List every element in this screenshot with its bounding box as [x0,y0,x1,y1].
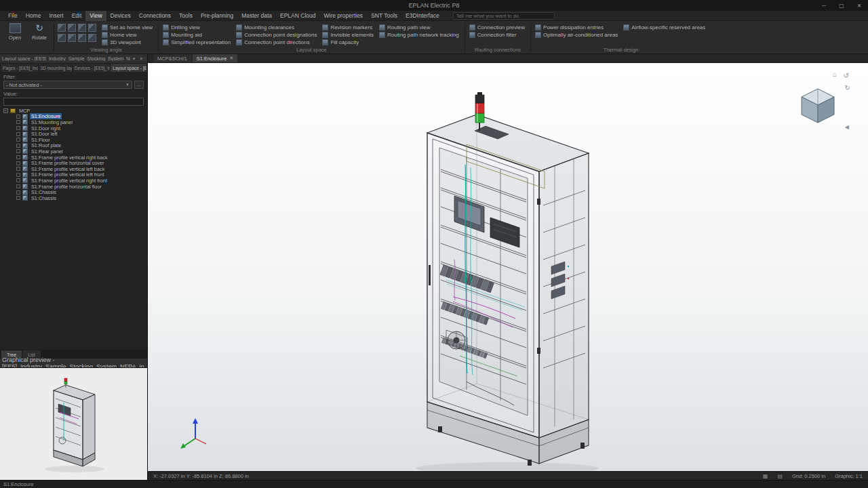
3d-viewpoint-button[interactable]: 3D viewpoint [102,39,153,45]
part-checkbox-icon [16,144,20,148]
pin-icon[interactable]: ▾ [130,56,138,62]
filter-dropdown[interactable]: - Not activated - ▼ [3,81,132,89]
view-left-icon[interactable] [78,24,86,32]
part-3d-icon [22,119,28,125]
tree-item[interactable]: S1:Floor [0,137,147,143]
tree-item[interactable]: S1:Enclosure [0,114,147,120]
part-checkbox-icon [16,149,20,153]
drilling-view-toggle[interactable]: Drilling view [163,24,231,30]
mounting-clearances-toggle[interactable]: Mounting clearances [236,24,317,30]
tree-item[interactable]: S1:Frame profile vertical right back [0,155,147,161]
connection-preview-icon [469,24,475,30]
tab-layout-space[interactable]: Layout space - [E... [111,64,146,72]
filter-more-button[interactable]: ... [134,81,144,89]
graphic-scale: Graphic: 1:1 [835,473,863,479]
tree-item[interactable]: S1:Rear panel [0,148,147,155]
revision-markers-toggle[interactable]: Revision markers [322,24,374,30]
menu-item-masterdata[interactable]: Master data [237,11,276,21]
airflow-reserved-areas-icon [623,24,629,30]
menu-item-edit[interactable]: Edit [68,11,86,21]
tab-3d-mounting-layout[interactable]: 3D mounting lay... [39,64,72,72]
tree-item[interactable]: S1:Frame profile vertical left front [0,172,147,178]
doc-tab-enclosure[interactable]: S1:Enclosure ✕ [193,54,237,62]
connection-preview-toggle[interactable]: Connection preview [469,24,525,30]
search-input[interactable] [453,12,555,20]
tree-item[interactable]: S1:Chassis [0,195,147,201]
doc-tab-label: S1:Enclosure [197,56,227,62]
view-iso-icon[interactable] [78,34,86,42]
ribbon-group-label: Viewing angle [56,46,156,54]
tree-item[interactable]: S1:Frame profile horizontal cover [0,160,147,166]
set-as-home-view-button[interactable]: Set as home view [102,24,153,30]
invisible-elements-toggle[interactable]: Invisible elements [322,31,374,38]
collapse-icon[interactable] [3,108,8,113]
tree-item[interactable]: S1:Frame profile vertical right front [0,178,147,184]
selection-status-bar: S1:Enclosure [0,480,868,488]
tree-item[interactable]: S1:Frame profile horizontal floor [0,184,147,190]
rotate-button[interactable]: ↻ Rotate [27,22,52,41]
value-input[interactable] [3,98,144,106]
rotate-cw-icon[interactable]: ↻ [845,85,850,92]
menu-item-tools[interactable]: Tools [175,11,197,21]
airflow-specific-reserved-areas-toggle[interactable]: Airflow-specific reserved areas [623,24,705,30]
menu-item-eplancloud[interactable]: EPLAN Cloud [276,11,319,21]
home-view-icon[interactable]: ⌂ [833,71,837,78]
connection-filter-toggle[interactable]: Connection filter [469,31,525,38]
connection-point-designations-toggle[interactable]: Connection point designations [236,31,317,38]
home-view-button[interactable]: Home view [102,31,153,38]
view-cube[interactable]: ⌂ ↺ ↻ ◀ [796,82,840,125]
menu-item-snttools[interactable]: SNT Tools [367,11,401,21]
power-dissipation-entries-toggle[interactable]: Power dissipation entries [535,24,618,30]
status-icon[interactable]: ▦ [763,473,768,479]
3d-viewport[interactable]: ⌂ ↺ ↻ ◀ [148,63,868,471]
routing-path-network-tracking-toggle[interactable]: Routing path network tracking [379,31,459,38]
view-top-icon[interactable] [58,34,66,42]
tab-devices[interactable]: Devices - [EE5]_In... [73,64,110,72]
view-custom-icon[interactable] [88,34,96,42]
open-button[interactable]: Open [3,22,27,41]
maximize-icon[interactable]: ▢ [833,0,850,11]
view-bottom-icon[interactable] [68,34,76,42]
enclosure-3d-model [148,63,868,471]
rotate-ccw-icon[interactable]: ↺ [844,73,849,79]
ribbon: Open ↻ Rotate [0,21,868,54]
doc-tab-layout-space[interactable]: MCP&SCH/1 [153,54,191,62]
menu-item-file[interactable]: File [4,11,22,21]
ribbon-group-layout-space: Drilling view Mounting aid Simplified re… [161,22,462,54]
tree-item[interactable]: S1:Roof plate [0,143,147,149]
tree-item[interactable]: S1:Frame profile vertical left back [0,166,147,172]
menu-item-view[interactable]: View [85,11,106,21]
tree-root[interactable]: MCP [0,108,147,114]
minimize-icon[interactable]: ─ [815,0,833,11]
mounting-aid-toggle[interactable]: Mounting aid [163,31,231,38]
tree-item[interactable]: S1:Door right [0,125,147,131]
window-title: EPLAN Electric P8 [408,2,459,9]
menu-item-preplanning[interactable]: Pre-planning [197,11,237,21]
menu-item-devices[interactable]: Devices [106,11,135,21]
menu-item-e3dinterface[interactable]: E3DInterface [401,11,443,21]
menu-item-home[interactable]: Home [22,11,45,21]
routing-path-view-toggle[interactable]: Routing path view [379,24,459,30]
menu-item-insert[interactable]: Insert [45,11,67,21]
connection-point-directions-toggle[interactable]: Connection point directions [236,39,317,45]
ribbon-group-label: Thermal design [533,46,709,54]
view-back-icon[interactable] [68,24,76,32]
tab-close-icon[interactable]: ✕ [229,56,233,61]
menu-item-wireproperties[interactable]: Wire properties [319,11,367,21]
view-front-icon[interactable] [58,24,66,32]
nav-arrow-icon[interactable]: ◀ [845,124,849,131]
menu-item-connections[interactable]: Connections [135,11,175,21]
tree-item[interactable]: S1:Chassis [0,189,147,195]
status-icon[interactable]: ▤ [777,473,783,479]
tab-pages[interactable]: Pages - [EE5]_Ind... [1,64,38,72]
optimally-air-conditioned-areas-toggle[interactable]: Optimally air-conditioned areas [535,31,618,38]
grid-setting: Grid: 0.2500 in [792,473,825,479]
tree-item[interactable]: S1:Mounting panel [0,119,147,125]
graphical-preview-header: Graphical preview - [EE5]_Industry_Sampl… [0,359,147,367]
tree-item[interactable]: S1:Door left [0,131,147,137]
close-icon[interactable]: ✕ [850,0,868,11]
fill-capacity-toggle[interactable]: Fill capacity [322,39,374,45]
panel-close-icon[interactable]: ✕ [138,56,145,62]
view-right-icon[interactable] [88,24,96,32]
simplified-representation-toggle[interactable]: Simplified representation [163,39,231,45]
